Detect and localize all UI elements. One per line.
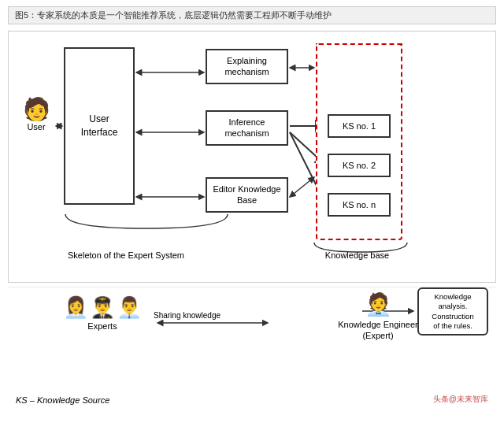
- top-diagram: 🧑 User UserInterface Explaining mechanis…: [8, 31, 496, 283]
- explaining-label: Explaining mechanism: [224, 56, 269, 76]
- skeleton-label: Skeleton of the Expert System: [68, 250, 184, 260]
- ks-footnote: KS – Knowledge Source: [16, 395, 109, 405]
- inference-label: Inference mechanism: [224, 117, 269, 138]
- experts-area: 👩‍💼 👨‍✈️ 👨‍💼 Experts: [55, 295, 150, 331]
- user-icon: 🧑: [17, 98, 56, 120]
- expert2-icon: 👨‍✈️: [90, 295, 115, 320]
- editor-label: Editor Knowledge Base: [213, 184, 280, 205]
- ks1-label: KS no. 1: [343, 121, 376, 131]
- experts-label: Experts: [55, 321, 150, 331]
- ksn-label: KS no. n: [343, 200, 376, 209]
- title-bar: 图5：专家系统的本质是一个智能推荐系统，底层逻辑仍然需要工程师不断手动维护: [8, 6, 496, 24]
- expert-figures: 👩‍💼 👨‍✈️ 👨‍💼: [55, 295, 150, 320]
- svg-line-8: [290, 177, 314, 197]
- expert3-icon: 👨‍💼: [117, 295, 142, 320]
- ks2-box: KS no. 2: [328, 154, 391, 177]
- editor-box: Editor Knowledge Base: [206, 177, 288, 213]
- explaining-box: Explaining mechanism: [206, 49, 288, 84]
- watermark: 头条@未来智库: [433, 394, 488, 405]
- user-label: User: [17, 122, 56, 132]
- user-area: 🧑 User: [17, 98, 56, 132]
- kb-label: Knowledge base: [312, 250, 402, 260]
- expert1-icon: 👩‍💼: [63, 295, 88, 320]
- knowledge-bubble: Knowledgeanalysis.Constructionof the rul…: [417, 287, 488, 335]
- page: 图5：专家系统的本质是一个智能推荐系统，底层逻辑仍然需要工程师不断手动维护: [0, 0, 504, 430]
- sharing-label: Sharing knowledge: [154, 311, 220, 320]
- title-text: 图5：专家系统的本质是一个智能推荐系统，底层逻辑仍然需要工程师不断手动维护: [15, 10, 332, 20]
- ke-label: Knowledge Engineer(Expert): [331, 319, 425, 342]
- ksn-box: KS no. n: [328, 193, 391, 217]
- ke-area: 🧑‍💼 Knowledge Engineer(Expert): [331, 291, 425, 342]
- ke-icon: 🧑‍💼: [331, 291, 425, 317]
- ui-box: UserInterface: [64, 47, 135, 205]
- inference-box: Inference mechanism: [206, 110, 288, 146]
- ks1-box: KS no. 1: [328, 114, 391, 138]
- bottom-section: 👩‍💼 👨‍✈️ 👨‍💼 Experts Sharing knowledge 🧑…: [8, 287, 496, 409]
- ui-label: UserInterface: [81, 113, 118, 139]
- ks2-label: KS no. 2: [343, 161, 376, 170]
